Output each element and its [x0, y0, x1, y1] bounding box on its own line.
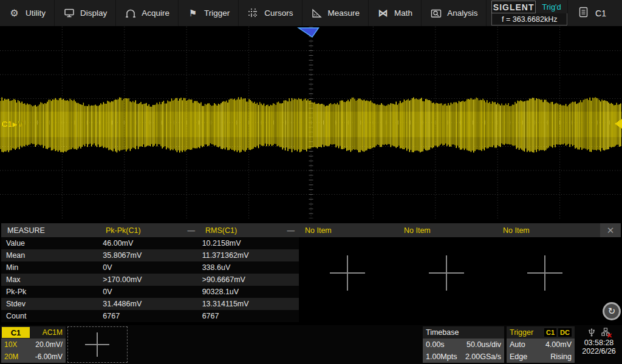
- stat-label: Stdev: [1, 300, 103, 308]
- cursors-icon: [247, 7, 259, 19]
- menu-label: Cursors: [264, 8, 293, 18]
- stat-rms-value: 338.6uV: [202, 263, 299, 272]
- trigger-source-chip: C1: [544, 328, 556, 337]
- clock-time: 03:58:28: [584, 339, 614, 347]
- menu-item-utility[interactable]: ⚙Utility: [0, 0, 55, 26]
- trigger-box[interactable]: Trigger C1 DC Auto 4.00mV Edge Rising: [507, 326, 575, 363]
- measure-column-label: No Item: [503, 226, 530, 235]
- trigger-position-marker-icon[interactable]: [299, 28, 319, 37]
- add-channel-icon: [85, 332, 109, 357]
- menu-label: Trigger: [204, 8, 230, 18]
- add-measure-slot-1-button[interactable]: [330, 255, 365, 291]
- timebase-box[interactable]: Timebase 0.00s 50.0us/div 1.00Mpts 2.00G…: [423, 326, 504, 363]
- add-measure-slot-3-button[interactable]: [527, 255, 562, 291]
- measure-column-4[interactable]: No Item: [398, 223, 497, 237]
- measure-column-1[interactable]: Pk-Pk(C1)—: [100, 223, 199, 237]
- trigger-level-marker-icon[interactable]: [615, 119, 622, 129]
- menu-item-analysis[interactable]: Analysis: [422, 0, 487, 26]
- channel-zero-level-marker[interactable]: C1▶V: [2, 120, 23, 129]
- add-measure-slot-2-button[interactable]: [429, 255, 464, 291]
- menu-item-math[interactable]: ⋈Math: [369, 0, 422, 26]
- measure-close-button[interactable]: ✕: [600, 223, 621, 237]
- lan-disconnected-icon: ✕: [601, 328, 610, 338]
- clock-date: 2022/6/26: [582, 347, 616, 356]
- channel1-coupling: AC1M: [43, 328, 66, 337]
- channel-marker-arrow-icon: ▶: [13, 121, 17, 127]
- menu-label: Math: [394, 8, 412, 18]
- menu-item-display[interactable]: Display: [55, 0, 116, 26]
- trigger-mode: Auto: [510, 340, 525, 349]
- timebase-delay: 0.00s: [426, 340, 445, 349]
- stat-pkpk-value: 35.8067mV: [103, 251, 202, 260]
- remove-measure-icon[interactable]: —: [287, 226, 295, 235]
- stat-pkpk-value: 31.4486mV: [103, 300, 202, 308]
- gesture-circle-icon[interactable]: ↻: [603, 302, 621, 320]
- stat-label: Min: [1, 263, 103, 272]
- menu-label: Acquire: [142, 8, 169, 18]
- channel1-scale: 20.0mV/: [35, 340, 63, 349]
- stat-rms-value: 11.371362mV: [202, 251, 299, 260]
- stat-rms-value: 10.2158mV: [202, 239, 299, 248]
- channel-button-label: C1: [595, 8, 606, 18]
- math-icon: ⋈: [377, 7, 389, 19]
- trigger-slope: Rising: [550, 352, 572, 361]
- close-icon: ✕: [607, 225, 615, 236]
- menu-item-trigger[interactable]: ⚑Trigger: [179, 0, 239, 26]
- measure-column-label: No Item: [305, 226, 332, 235]
- measure-row-stdev: Stdev31.4486mV13.314115mV: [1, 298, 299, 310]
- measure-column-5[interactable]: No Item: [497, 223, 600, 237]
- brand-status-block: SIGLENT Trig'd f = 363.6682kHz: [491, 0, 567, 26]
- menu-item-measure[interactable]: Measure: [302, 0, 369, 26]
- stat-pkpk-value: 46.00mV: [103, 239, 202, 248]
- stat-pkpk-value: 6767: [103, 312, 202, 320]
- remove-measure-icon[interactable]: —: [188, 226, 195, 235]
- measure-row-min: Min0V338.6uV: [1, 261, 299, 274]
- waveform-display-area[interactable]: C1▶V: [0, 27, 622, 218]
- stat-rms-value: 90328.1uV: [202, 288, 299, 296]
- frequency-readout: f = 363.6682kHz: [491, 13, 567, 25]
- stat-label: Pk-Pk: [1, 288, 103, 296]
- stat-rms-value: 13.314115mV: [202, 300, 299, 308]
- channel-setup-button[interactable]: C1: [567, 0, 622, 26]
- siglent-logo: SIGLENT: [491, 1, 536, 13]
- oscilloscope-screen: ⚙UtilityDisplayAcquire⚑TriggerCursorsMea…: [0, 0, 622, 364]
- clock-status-box: ✕ 03:58:28 2022/6/26: [577, 326, 621, 363]
- stat-label: Value: [1, 239, 103, 248]
- channel1-attenuation: 10X: [4, 340, 17, 349]
- measure-row-pk-pk: Pk-Pk0V90328.1uV: [1, 286, 299, 298]
- menu-label: Display: [80, 8, 107, 18]
- stat-rms-value: 6767: [202, 312, 299, 320]
- menu-label: Measure: [328, 8, 360, 18]
- trigger-level: 4.00mV: [545, 340, 572, 349]
- channel1-descriptor-box[interactable]: C1 AC1M 10X 20.0mV/ 20M -6.00mV: [1, 326, 66, 363]
- channel1-name-chip: C1: [2, 327, 30, 338]
- menu-item-acquire[interactable]: Acquire: [116, 0, 179, 26]
- lan-error-x-icon: ✕: [607, 332, 612, 340]
- timebase-memdepth: 1.00Mpts: [426, 352, 457, 361]
- stat-label: Max: [1, 275, 103, 284]
- clipboard-icon: [579, 7, 588, 19]
- measure-column-3[interactable]: No Item: [299, 223, 398, 237]
- usb-icon: [588, 327, 595, 339]
- measure-row-value: Value46.00mV10.2158mV: [1, 237, 299, 249]
- menu-label: Analysis: [447, 8, 477, 18]
- timebase-samplerate: 2.00GSa/s: [465, 352, 501, 361]
- menu-item-cursors[interactable]: Cursors: [239, 0, 302, 26]
- stat-rms-value: >90.6667mV: [202, 275, 299, 284]
- stat-label: Count: [1, 312, 103, 320]
- graticule-grid: [0, 27, 622, 218]
- acquire-icon: [125, 7, 136, 19]
- top-menu-bar: ⚙UtilityDisplayAcquire⚑TriggerCursorsMea…: [0, 0, 622, 27]
- measure-column-label: No Item: [404, 226, 431, 235]
- measure-column-label: Pk-Pk(C1): [106, 226, 141, 235]
- trigger-title: Trigger: [510, 328, 533, 337]
- measure-row-max: Max>170.00mV>90.6667mV: [1, 274, 299, 286]
- add-channel-button[interactable]: [67, 326, 128, 363]
- channel1-bandwidth: 20M: [4, 352, 18, 361]
- stat-pkpk-value: >170.00mV: [103, 275, 202, 284]
- analysis-icon: [430, 7, 442, 19]
- measure-row-count: Count67676767: [1, 310, 299, 322]
- measure-panel-title: MEASURE: [1, 223, 100, 237]
- timebase-title: Timebase: [426, 328, 459, 337]
- measure-column-2[interactable]: RMS(C1)—: [199, 223, 299, 237]
